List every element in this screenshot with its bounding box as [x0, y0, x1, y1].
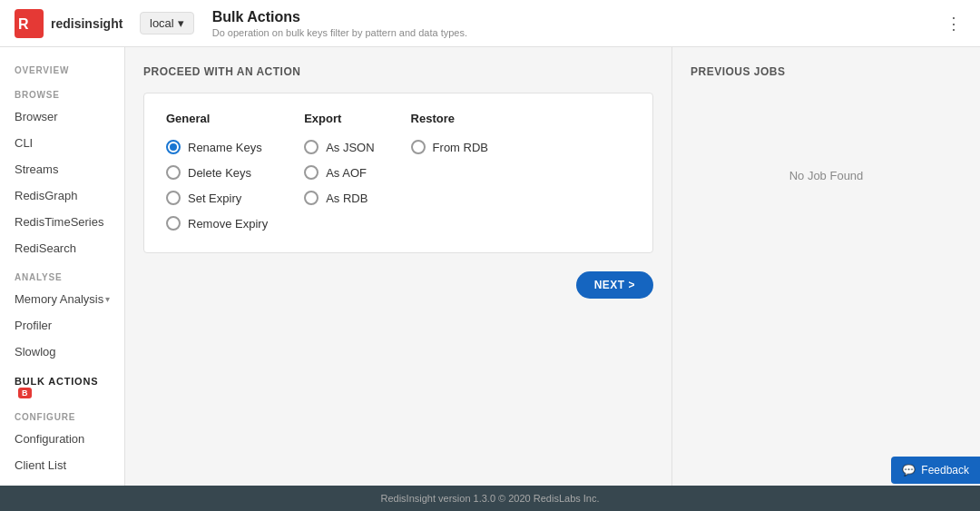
radio-icon-json — [304, 140, 318, 154]
sidebar-item-label: Slowlog — [15, 345, 56, 359]
sidebar-item-profiler[interactable]: Profiler — [0, 312, 124, 339]
action-group-export: Export As JSON As AOF As RDB — [304, 112, 374, 234]
radio-as-aof[interactable]: As AOF — [304, 162, 374, 183]
svg-text:R: R — [18, 16, 29, 32]
sidebar-item-label: CLI — [15, 136, 33, 150]
radio-label-rename: Rename Keys — [188, 141, 262, 154]
previous-jobs-panel: PREVIOUS JOBS No Job Found — [671, 47, 980, 486]
radio-label-set-expiry: Set Expiry — [188, 192, 241, 205]
radio-icon-set-expiry — [166, 191, 181, 205]
action-group-general: General Rename Keys Delete Keys Set Expi… — [166, 112, 268, 234]
radio-remove-expiry[interactable]: Remove Expiry — [166, 212, 268, 234]
sidebar-item-label: Profiler — [15, 319, 52, 332]
radio-label-aof: As AOF — [326, 166, 367, 180]
radio-label-from-rdb: From RDB — [433, 141, 488, 154]
sidebar-item-label: RedisTimeSeries — [15, 215, 104, 229]
sidebar-item-slowlog[interactable]: Slowlog — [0, 339, 124, 365]
sidebar-item-redisearch[interactable]: RediSearch — [0, 235, 124, 261]
logo-area: R redisinsight — [15, 9, 140, 38]
radio-as-rdb[interactable]: As RDB — [304, 187, 374, 209]
sidebar-item-configuration[interactable]: Configuration — [0, 426, 124, 452]
sidebar-item-browser[interactable]: Browser — [0, 103, 124, 130]
radio-from-rdb[interactable]: From RDB — [411, 136, 488, 158]
radio-delete-keys[interactable]: Delete Keys — [166, 162, 268, 183]
sidebar-item-memory-analysis[interactable]: Memory Analysis ▾ — [0, 286, 124, 312]
feedback-icon: 💬 — [902, 464, 916, 477]
content-area: PROCEED WITH AN ACTION General Rename Ke… — [125, 47, 980, 486]
sidebar: OVERVIEW BROWSE Browser CLI Streams Redi… — [0, 47, 125, 486]
restore-title: Restore — [411, 112, 488, 125]
export-title: Export — [304, 112, 374, 125]
radio-icon-aof — [304, 165, 318, 180]
radio-rename-keys[interactable]: Rename Keys — [166, 136, 268, 158]
sidebar-item-label: Configuration — [15, 432, 84, 446]
footer: RedisInsight version 1.3.0 © 2020 RedisL… — [0, 486, 980, 511]
main-content: PROCEED WITH AN ACTION General Rename Ke… — [125, 47, 671, 486]
feedback-label: Feedback — [921, 464, 969, 477]
radio-as-json[interactable]: As JSON — [304, 136, 374, 158]
no-job-message: No Job Found — [691, 114, 962, 182]
chevron-icon: ▾ — [105, 294, 110, 304]
radio-set-expiry[interactable]: Set Expiry — [166, 187, 268, 209]
sidebar-item-cli[interactable]: CLI — [0, 130, 124, 156]
sidebar-item-client-list[interactable]: Client List — [0, 452, 124, 478]
feedback-button[interactable]: 💬 Feedback — [891, 457, 980, 484]
sidebar-item-label: Browser — [15, 110, 58, 123]
proceed-section-title: PROCEED WITH AN ACTION — [143, 65, 653, 78]
sidebar-section-bulk-actions: BULK ACTIONS β — [0, 365, 124, 401]
action-group-restore: Restore From RDB — [411, 112, 488, 234]
main-layout: OVERVIEW BROWSE Browser CLI Streams Redi… — [0, 47, 980, 486]
page-title-area: Bulk Actions Do operation on bulk keys f… — [212, 9, 942, 38]
page-title: Bulk Actions — [212, 9, 942, 25]
sidebar-section-overview: OVERVIEW — [0, 54, 124, 79]
redis-logo-icon: R — [15, 9, 44, 38]
radio-label-delete: Delete Keys — [188, 166, 251, 180]
sidebar-section-configure: CONFIGURE — [0, 401, 124, 426]
topbar-menu-button[interactable]: ⋮ — [942, 10, 965, 37]
sidebar-item-label: Client List — [15, 458, 66, 472]
radio-icon-remove-expiry — [166, 216, 181, 231]
radio-icon-rename — [166, 140, 181, 154]
chevron-down-icon: ▾ — [178, 16, 184, 30]
app-name: redisinsight — [51, 16, 122, 31]
radio-icon-rdb — [304, 191, 318, 205]
next-button[interactable]: NEXT > — [576, 271, 653, 299]
db-name: local — [150, 16, 174, 30]
page-subtitle: Do operation on bulk keys filter by patt… — [212, 27, 942, 38]
topbar: R redisinsight local ▾ Bulk Actions Do o… — [0, 0, 980, 47]
sidebar-item-redisgraph[interactable]: RedisGraph — [0, 182, 124, 209]
radio-label-json: As JSON — [326, 141, 374, 154]
beta-badge: β — [18, 388, 32, 398]
radio-label-rdb: As RDB — [326, 192, 368, 205]
sidebar-section-browse: BROWSE — [0, 79, 124, 103]
radio-label-remove-expiry: Remove Expiry — [188, 217, 268, 231]
sidebar-section-analyse: ANALYSE — [0, 261, 124, 286]
sidebar-item-label: RedisGraph — [15, 189, 77, 202]
radio-icon-delete — [166, 165, 181, 180]
sidebar-item-label: Streams — [15, 162, 58, 176]
radio-icon-from-rdb — [411, 140, 426, 154]
sidebar-item-redistimeseries[interactable]: RedisTimeSeries — [0, 209, 124, 235]
footer-text: RedisInsight version 1.3.0 © 2020 RedisL… — [380, 493, 599, 504]
sidebar-item-streams[interactable]: Streams — [0, 156, 124, 182]
previous-jobs-title: PREVIOUS JOBS — [691, 65, 962, 78]
sidebar-item-label: RediSearch — [15, 241, 76, 255]
sidebar-item-label: Memory Analysis — [15, 292, 103, 306]
general-title: General — [166, 112, 268, 125]
action-card: General Rename Keys Delete Keys Set Expi… — [143, 93, 653, 253]
db-selector[interactable]: local ▾ — [140, 12, 194, 34]
